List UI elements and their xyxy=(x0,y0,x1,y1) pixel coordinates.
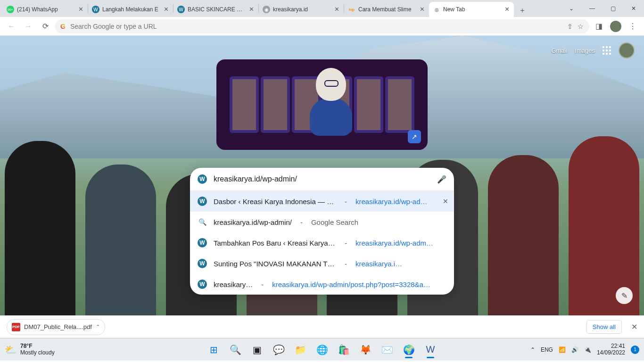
suggestion-item[interactable]: W Tambahkan Pos Baru ‹ Kreasi Karya … - … xyxy=(190,232,454,253)
edge-button[interactable]: 🌐 xyxy=(313,340,331,359)
start-button[interactable]: ⊞ xyxy=(204,340,223,359)
notification-badge[interactable]: 1 xyxy=(631,346,639,354)
language-indicator[interactable]: ENG xyxy=(541,346,553,353)
share-doodle-icon[interactable]: ↗ xyxy=(408,130,421,143)
download-item[interactable]: PDF DM07_Public_Rela....pdf ⌃ xyxy=(7,319,105,335)
google-doodle[interactable]: ↗ xyxy=(216,59,428,150)
tab-title: New Tab xyxy=(443,6,501,13)
suggestion-item[interactable]: W Sunting Pos "INOVASI MAKANAN TRADISION… xyxy=(190,253,454,274)
whatsapp-icon: 99+ xyxy=(7,6,14,13)
weather-icon: ⛅ xyxy=(5,344,17,355)
tab-newtab[interactable]: ◎ New Tab ✕ xyxy=(429,2,514,17)
suggestion-item[interactable]: W Dasbor ‹ Kreasi Karya Indonesia — Wor…… xyxy=(190,191,454,212)
windows-taskbar: ⛅ 78°F Mostly cloudy ⊞ 🔍 ▣ 💬 📁 🌐 🛍️ 🦊 ✉️… xyxy=(0,338,644,361)
apps-grid-icon[interactable] xyxy=(603,46,611,55)
profile-button[interactable] xyxy=(608,19,623,34)
suggestion-title: Dasbor ‹ Kreasi Karya Indonesia — Wor… xyxy=(214,197,336,206)
suggestion-url: kreasikarya.i… xyxy=(355,260,446,268)
suggestion-url: kreasikarya.id/wp-admin/post.php?post=33… xyxy=(272,280,446,288)
gmail-link[interactable]: Gmail xyxy=(551,47,567,54)
chrome-button[interactable]: 🌍 xyxy=(399,340,418,359)
search-box: W kreasikarya.id/wp-admin/ 🎤 W Dasbor ‹ … xyxy=(190,168,454,295)
customize-button[interactable]: ✎ xyxy=(616,287,633,304)
globe-icon: ◉ xyxy=(263,6,270,13)
show-all-downloads-button[interactable]: Show all xyxy=(586,320,622,334)
tab-title: Langkah Melakukan E xyxy=(102,6,160,13)
omnibox-input[interactable] xyxy=(70,23,562,30)
store-button[interactable]: 🛍️ xyxy=(334,340,353,359)
close-icon[interactable]: ✕ xyxy=(77,6,84,13)
close-icon[interactable]: ✕ xyxy=(504,6,510,13)
mail-button[interactable]: ✉️ xyxy=(378,340,396,359)
tab-title: BASIC SKINCARE EMI xyxy=(188,6,245,13)
address-bar[interactable]: G ⇧ ☆ xyxy=(55,19,589,33)
avatar-icon xyxy=(610,21,621,32)
taskbar-center: ⊞ 🔍 ▣ 💬 📁 🌐 🛍️ 🦊 ✉️ 🌍 W xyxy=(204,340,440,359)
bookmark-icon[interactable]: ☆ xyxy=(578,23,584,30)
forward-button[interactable]: → xyxy=(21,19,36,34)
maximize-button[interactable]: ▢ xyxy=(603,0,623,17)
browser-toolbar: ← → ⟳ G ⇧ ☆ ◨ ⋮ xyxy=(0,17,644,36)
newtab-topright: Gmail Images xyxy=(551,42,635,58)
wordpress-icon: W xyxy=(177,6,185,13)
download-filename: DM07_Public_Rela....pdf xyxy=(24,323,92,330)
downloads-bar: PDF DM07_Public_Rela....pdf ⌃ Show all ✕ xyxy=(0,315,644,338)
back-button[interactable]: ← xyxy=(4,19,19,34)
tab-whatsapp[interactable]: 99+ (214) WhatsApp ✕ xyxy=(3,2,88,17)
tab-skincare[interactable]: W BASIC SKINCARE EMI ✕ xyxy=(173,2,258,17)
firefox-button[interactable]: 🦊 xyxy=(356,340,375,359)
volume-icon[interactable]: 🔊 xyxy=(571,346,578,353)
close-icon[interactable]: ✕ xyxy=(248,6,255,13)
battery-icon[interactable]: 🔌 xyxy=(584,346,591,353)
tab-title: Cara Membuat Slime xyxy=(358,6,416,13)
tab-title: (214) WhatsApp xyxy=(17,6,74,13)
wordpress-icon: W xyxy=(198,259,207,268)
side-panel-button[interactable]: ◨ xyxy=(591,19,606,34)
search-input-row[interactable]: W kreasikarya.id/wp-admin/ 🎤 xyxy=(190,168,454,190)
search-button[interactable]: 🔍 xyxy=(226,340,245,359)
weather-widget[interactable]: ⛅ 78°F Mostly cloudy xyxy=(5,343,55,355)
explorer-button[interactable]: 📁 xyxy=(291,340,310,359)
taskview-button[interactable]: ▣ xyxy=(248,340,266,359)
tab-kreasikarya[interactable]: ◉ kreasikarya.id ✕ xyxy=(259,2,344,17)
tab-slime[interactable]: hip Cara Membuat Slime ✕ xyxy=(344,2,429,17)
minimize-button[interactable]: — xyxy=(582,0,603,17)
weather-cond: Mostly cloudy xyxy=(20,350,55,356)
word-button[interactable]: W xyxy=(421,340,440,359)
wordpress-icon: W xyxy=(198,238,207,247)
chat-button[interactable]: 💬 xyxy=(269,340,288,359)
clock[interactable]: 22:41 14/09/2022 xyxy=(597,343,625,356)
wordpress-icon: W xyxy=(198,197,207,206)
close-window-button[interactable]: ✕ xyxy=(623,0,644,17)
wordpress-icon: W xyxy=(92,6,99,13)
menu-button[interactable]: ⋮ xyxy=(625,19,640,34)
wordpress-icon: W xyxy=(198,280,207,289)
close-icon[interactable]: ✕ xyxy=(163,6,169,13)
suggestion-item[interactable]: W kreasikary… - kreasikarya.id/wp-admin/… xyxy=(190,274,454,295)
tray-chevron-icon[interactable]: ⌃ xyxy=(530,346,535,353)
window-controls: ⌄ — ▢ ✕ xyxy=(561,0,644,17)
suggestion-url: kreasikarya.id/wp-ad… xyxy=(355,197,446,206)
close-downloads-icon[interactable]: ✕ xyxy=(631,322,637,331)
tab-search-button[interactable]: ⌄ xyxy=(561,0,582,17)
close-icon[interactable]: ✕ xyxy=(419,6,425,13)
chevron-up-icon[interactable]: ⌃ xyxy=(96,324,100,330)
wifi-icon[interactable]: 📶 xyxy=(559,346,566,353)
new-tab-button[interactable]: ＋ xyxy=(516,4,529,17)
suggestion-subtitle: Google Search xyxy=(311,218,446,226)
search-icon: 🔍 xyxy=(198,217,207,227)
google-icon: G xyxy=(60,23,66,30)
account-avatar[interactable] xyxy=(619,42,635,58)
share-icon[interactable]: ⇧ xyxy=(567,23,573,30)
remove-suggestion-icon[interactable]: ✕ xyxy=(443,197,448,205)
suggestion-title: kreasikary… xyxy=(214,280,253,288)
suggestion-item[interactable]: 🔍 kreasikarya.id/wp-admin/ - Google Sear… xyxy=(190,212,454,232)
newtab-content: Gmail Images ↗ W kreasikarya.id/wp-admin… xyxy=(0,36,644,315)
clock-time: 22:41 xyxy=(597,343,625,350)
images-link[interactable]: Images xyxy=(575,47,595,54)
tab-langkah[interactable]: W Langkah Melakukan E ✕ xyxy=(88,2,173,17)
suggestion-title: Tambahkan Pos Baru ‹ Kreasi Karya … xyxy=(214,239,336,247)
reload-button[interactable]: ⟳ xyxy=(38,19,53,34)
close-icon[interactable]: ✕ xyxy=(333,6,340,13)
mic-icon[interactable]: 🎤 xyxy=(437,175,446,184)
